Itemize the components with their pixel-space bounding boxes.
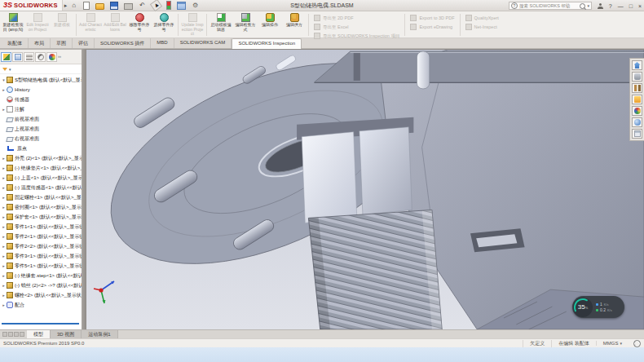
expander-icon[interactable]: ▸ bbox=[1, 185, 7, 190]
tree-item[interactable]: ▸零件2<1> (默认<<默认>_显示状态 bbox=[0, 232, 82, 241]
expander-icon[interactable]: ▸ bbox=[1, 195, 7, 200]
tree-item[interactable]: ▸注解 bbox=[0, 104, 82, 114]
new-template-button[interactable]: 新建模板 bbox=[50, 12, 74, 38]
add-characteristic-button[interactable]: Add Characteristic bbox=[78, 12, 103, 38]
select-balloons-button[interactable]: 选择零件序号 bbox=[152, 12, 176, 38]
expander-icon[interactable]: ▸ bbox=[1, 302, 7, 307]
taskpane-resources-tab[interactable] bbox=[632, 72, 642, 82]
tree-filter-row[interactable]: ▾ bbox=[0, 64, 82, 74]
document-tab-模型[interactable]: 模型 bbox=[27, 330, 51, 338]
tree-item[interactable]: 上视基准面 bbox=[0, 124, 82, 134]
tree-item[interactable]: 前视基准面 bbox=[0, 114, 82, 124]
ribbon-tab-布局[interactable]: 布局 bbox=[29, 38, 51, 48]
tree-item[interactable]: ▸零件1<1> (默认<<默认>_显示状态> bbox=[0, 222, 82, 232]
status-dropdown-icon[interactable]: ▾ bbox=[620, 341, 622, 346]
export-item[interactable]: QualityXpert bbox=[465, 15, 499, 21]
expander-icon[interactable]: ▸ bbox=[1, 224, 7, 229]
export-item[interactable]: Export to 3D PDF bbox=[410, 15, 454, 21]
tree-item[interactable]: 右视基准面 bbox=[0, 134, 82, 143]
edit-inspection-methods-button[interactable]: 编辑检查方式 bbox=[233, 12, 258, 38]
tree-item[interactable]: ▸零件5<1> (默认<<默认>_显示状态 bbox=[0, 261, 82, 271]
ribbon-tab-草图[interactable]: 草图 bbox=[51, 38, 73, 48]
rollback-bar[interactable] bbox=[2, 323, 79, 324]
panel-tabs-overflow-icon[interactable]: ›› bbox=[58, 54, 61, 60]
tree-item[interactable]: 传感器 bbox=[0, 95, 82, 104]
expander-icon[interactable]: ▸ bbox=[1, 293, 7, 298]
ribbon-tab-评估[interactable]: 评估 bbox=[73, 38, 95, 48]
options-gear-icon[interactable]: ⚙ bbox=[192, 2, 199, 9]
expander-icon[interactable]: ▸ bbox=[1, 156, 7, 161]
taskpane-home-tab[interactable] bbox=[632, 60, 642, 70]
expander-icon[interactable]: ▸ bbox=[1, 87, 7, 92]
display-manager-tab[interactable] bbox=[46, 52, 57, 62]
close-button[interactable]: × bbox=[638, 3, 642, 9]
taskpane-view-palette-tab[interactable] bbox=[632, 106, 642, 116]
configuration-manager-tab[interactable] bbox=[24, 52, 34, 62]
edit-operations-button[interactable]: 编辑操作 bbox=[258, 12, 282, 38]
export-item[interactable]: Net-Inspect bbox=[465, 24, 499, 30]
display-settings-icon[interactable] bbox=[177, 2, 186, 10]
ribbon-tab-SOLIDWORKS 插件[interactable]: SOLIDWORKS 插件 bbox=[95, 38, 151, 48]
update-inspection-project-button[interactable]: Update Inspection Project bbox=[180, 12, 205, 38]
export-item[interactable]: 导出至 SOLIDWORKS Inspection 项目 bbox=[314, 33, 399, 39]
launch-template-editor-button[interactable]: 启动模板编辑器 bbox=[209, 12, 233, 38]
open-folder-icon[interactable] bbox=[95, 3, 104, 10]
new-document-icon[interactable] bbox=[83, 2, 90, 10]
property-manager-tab[interactable] bbox=[12, 52, 23, 62]
add-edit-balloons-button[interactable]: Add/Edit Balloons bbox=[103, 12, 127, 38]
tree-item[interactable]: ▸配合 bbox=[0, 300, 82, 310]
expander-icon[interactable]: ▸ bbox=[1, 263, 7, 268]
taskpane-appearances-tab[interactable] bbox=[632, 117, 642, 127]
help-search-box[interactable]: ? 搜索 SOLIDWORKS 帮助 ▾ bbox=[509, 2, 592, 10]
tree-root-item[interactable]: ▾S型铂铑热电偶 (默认<默认_显示状态>-1 bbox=[0, 75, 82, 85]
search-dropdown-icon[interactable]: ▾ bbox=[587, 3, 589, 8]
expander-icon[interactable]: ▾ bbox=[1, 77, 7, 82]
expander-icon[interactable]: ▸ bbox=[1, 166, 7, 170]
ribbon-tab-SOLIDWORKS CAM[interactable]: SOLIDWORKS CAM bbox=[174, 38, 232, 48]
expander-icon[interactable]: ▸ bbox=[1, 205, 7, 210]
search-icon[interactable] bbox=[580, 3, 585, 9]
ribbon-tab-MBD[interactable]: MBD bbox=[151, 38, 174, 48]
tree-item[interactable]: ▸(-) 绝缘垫片<1> (默认<<默认>_显示 bbox=[0, 163, 82, 173]
tree-item[interactable]: ▸(-) 绝缘套.step<1> (默认<<默认>_ bbox=[0, 271, 82, 280]
tree-item[interactable]: ▸History bbox=[0, 85, 82, 95]
tab-scroll-buttons[interactable] bbox=[0, 330, 27, 338]
ribbon-tab-SOLIDWORKS Inspection[interactable]: SOLIDWORKS Inspection bbox=[232, 38, 302, 49]
tree-item[interactable]: ▸(-) 上盖<1> (默认<<默认>_显示状态 bbox=[0, 173, 82, 183]
user-account-icon[interactable] bbox=[598, 3, 603, 9]
remove-balloons-button[interactable]: 移除零件序号 bbox=[127, 12, 152, 38]
expander-icon[interactable]: ▸ bbox=[1, 254, 7, 258]
filter-dropdown-icon[interactable]: ▾ bbox=[9, 67, 11, 72]
expander-icon[interactable]: ▸ bbox=[1, 244, 7, 249]
dimxpert-manager-tab[interactable] bbox=[35, 52, 46, 62]
tree-item[interactable]: ▸固定螺栓<1> (默认<<默认>_显示状 bbox=[0, 192, 82, 202]
export-item[interactable]: 导出至 2D PDF bbox=[314, 15, 399, 21]
restore-button[interactable]: □ bbox=[629, 3, 633, 9]
print-icon[interactable] bbox=[124, 3, 133, 10]
tree-item[interactable]: ▸外壳 (2)<1> (默认<<默认>_显示状态 bbox=[0, 153, 82, 163]
taskpane-file-explorer-tab[interactable] bbox=[632, 95, 642, 104]
taskbar-widgets-slot[interactable] bbox=[11, 350, 22, 360]
edit-vendors-button[interactable]: 编辑供方 bbox=[282, 12, 307, 38]
taskpane-design-library-tab[interactable] bbox=[632, 83, 642, 93]
save-icon[interactable] bbox=[110, 2, 118, 10]
new-inspection-project-button[interactable]: 新建检查项目 (amp;N) bbox=[1, 12, 25, 38]
export-item[interactable]: Export eDrawing bbox=[410, 24, 454, 30]
edit-inspection-project-button[interactable]: Edit Inspection Project bbox=[25, 12, 50, 38]
qat-expander-icon[interactable]: ▸ bbox=[64, 2, 68, 9]
tree-item[interactable]: ▸(-) 温度传感器<1> (默认<<默认>_显 bbox=[0, 183, 82, 192]
tree-item[interactable]: ▸密封圈<1> (默认<<默认>_显示状态 bbox=[0, 202, 82, 212]
expander-icon[interactable]: ▸ bbox=[1, 234, 7, 239]
rebuild-stoplight-icon[interactable] bbox=[166, 1, 171, 10]
status-tag-icon[interactable] bbox=[633, 340, 641, 347]
undo-icon[interactable]: ↶ bbox=[139, 2, 146, 9]
tree-item[interactable]: ▸零件3<1> (默认<<默认>_显示状态 bbox=[0, 251, 82, 261]
net-speed-overlay[interactable]: 35% 1K/s 0.2K/s bbox=[572, 296, 624, 318]
select-cursor-icon[interactable]: ► bbox=[150, 0, 162, 11]
tree-item[interactable]: ▸螺栓<2> (默认<<默认>_显示状态 bbox=[0, 290, 82, 300]
expander-icon[interactable]: ▸ bbox=[1, 175, 7, 180]
tree-item[interactable]: ▸零件2<2> (默认<<默认>_显示状态 bbox=[0, 241, 82, 251]
document-tab-运动算例1[interactable]: 运动算例1 bbox=[82, 330, 117, 338]
expander-icon[interactable]: ▸ bbox=[1, 214, 7, 219]
featuremanager-tree-tab[interactable] bbox=[1, 52, 11, 62]
